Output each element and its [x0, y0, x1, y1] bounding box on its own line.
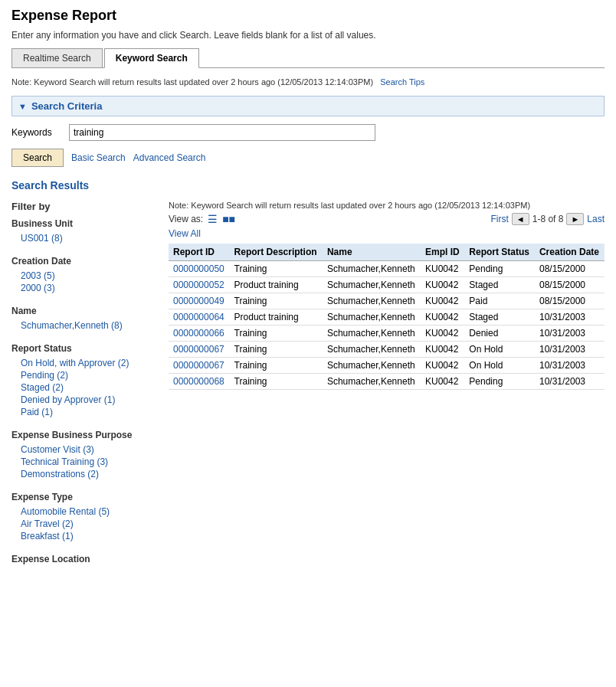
cell-report-id[interactable]: 0000000064: [169, 309, 230, 326]
cell-status: Staged: [464, 309, 535, 326]
cell-creation-date: 10/31/2003: [535, 342, 605, 358]
filter-item-paid[interactable]: Paid (1): [21, 407, 153, 417]
cell-status: Denied: [464, 326, 535, 342]
filter-item-on-hold-approver[interactable]: On Hold, with Approver (2): [21, 358, 153, 368]
filter-item-breakfast[interactable]: Breakfast (1): [21, 531, 153, 541]
cell-creation-date: 10/31/2003: [535, 309, 605, 326]
col-name: Name: [323, 244, 421, 261]
collapse-arrow-icon: ▼: [18, 102, 27, 111]
cell-empl-id: KU0042: [421, 293, 464, 309]
page-title: Expense Report: [11, 8, 605, 24]
pagination: First ◄ 1-8 of 8 ► Last: [491, 213, 605, 225]
filter-item-schumacher[interactable]: Schumacher,Kenneth (8): [21, 320, 153, 331]
table-row: 0000000049 Training Schumacher,Kenneth K…: [169, 293, 605, 309]
keyword-label: Keywords: [11, 127, 69, 138]
filter-item-denied-by-approver[interactable]: Denied by Approver (1): [21, 394, 153, 405]
keyword-input[interactable]: [69, 124, 375, 141]
filter-section-business-unit: Business Unit US001 (8): [11, 218, 153, 244]
report-id-link[interactable]: 0000000064: [173, 312, 224, 322]
filter-item-us001[interactable]: US001 (8): [21, 233, 153, 244]
results-note: Note: Keyword Search will return results…: [169, 201, 605, 210]
col-creation-date: Creation Date: [535, 244, 605, 261]
table-row: 0000000067 Training Schumacher,Kenneth K…: [169, 342, 605, 358]
page-subtitle: Enter any information you have and click…: [11, 30, 605, 41]
grid-view-icon[interactable]: ■■: [222, 213, 235, 225]
filter-item-technical-training[interactable]: Technical Training (3): [21, 456, 153, 467]
prev-page-button[interactable]: ◄: [512, 213, 529, 225]
filter-item-auto-rental[interactable]: Automobile Rental (5): [21, 506, 153, 517]
first-link[interactable]: First: [491, 214, 509, 224]
table-row: 0000000050 Training Schumacher,Kenneth K…: [169, 261, 605, 277]
cell-report-id[interactable]: 0000000066: [169, 326, 230, 342]
cell-name: Schumacher,Kenneth: [323, 342, 421, 358]
cell-report-id[interactable]: 0000000067: [169, 358, 230, 374]
filter-item-2000[interactable]: 2000 (3): [21, 283, 153, 293]
search-tips-link[interactable]: Search Tips: [380, 77, 424, 87]
last-link[interactable]: Last: [587, 214, 605, 224]
filter-section-expense-type: Expense Type Automobile Rental (5) Air T…: [11, 492, 153, 541]
keyword-field-row: Keywords: [11, 124, 605, 141]
tab-realtime[interactable]: Realtime Search: [11, 48, 103, 67]
filter-panel: Filter by Business Unit US001 (8) Creati…: [11, 201, 153, 577]
cell-creation-date: 08/15/2000: [535, 277, 605, 293]
filter-section-creation-date: Creation Date 2003 (5) 2000 (3): [11, 256, 153, 293]
filter-section-expense-location: Expense Location: [11, 554, 153, 564]
filter-item-air-travel[interactable]: Air Travel (2): [21, 519, 153, 529]
results-layout: Filter by Business Unit US001 (8) Creati…: [11, 201, 605, 577]
col-empl-id: Empl ID: [421, 244, 464, 261]
col-status: Report Status: [464, 244, 535, 261]
cell-creation-date: 10/31/2003: [535, 358, 605, 374]
table-row: 0000000067 Training Schumacher,Kenneth K…: [169, 358, 605, 374]
report-id-link[interactable]: 0000000066: [173, 328, 224, 339]
cell-name: Schumacher,Kenneth: [323, 293, 421, 309]
view-as-row: View as: ☰ ■■ First ◄ 1-8 of 8 ► Last: [169, 213, 605, 225]
cell-creation-date: 10/31/2003: [535, 326, 605, 342]
filter-title-creation-date: Creation Date: [11, 256, 153, 267]
cell-empl-id: KU0042: [421, 374, 464, 390]
table-row: 0000000066 Training Schumacher,Kenneth K…: [169, 326, 605, 342]
tab-keyword[interactable]: Keyword Search: [104, 48, 199, 68]
cell-description: Training: [230, 293, 323, 309]
cell-report-id[interactable]: 0000000068: [169, 374, 230, 390]
cell-report-id[interactable]: 0000000052: [169, 277, 230, 293]
cell-description: Training: [230, 261, 323, 277]
report-id-link[interactable]: 0000000067: [173, 344, 224, 355]
cell-report-id[interactable]: 0000000050: [169, 261, 230, 277]
report-id-link[interactable]: 0000000068: [173, 376, 224, 387]
next-page-button[interactable]: ►: [566, 213, 584, 225]
advanced-search-link[interactable]: Advanced Search: [133, 152, 206, 163]
search-results-title: Search Results: [11, 179, 605, 191]
report-id-link[interactable]: 0000000050: [173, 263, 224, 274]
search-criteria-header[interactable]: ▼ Search Criteria: [11, 96, 605, 116]
cell-description: Training: [230, 342, 323, 358]
report-id-link[interactable]: 0000000067: [173, 360, 224, 371]
cell-name: Schumacher,Kenneth: [323, 326, 421, 342]
view-all-link[interactable]: View All: [169, 228, 201, 239]
cell-report-id[interactable]: 0000000049: [169, 293, 230, 309]
table-row: 0000000068 Training Schumacher,Kenneth K…: [169, 374, 605, 390]
search-button[interactable]: Search: [11, 149, 64, 167]
note-text: Note: Keyword Search will return results…: [11, 77, 373, 87]
view-as-label: View as:: [169, 214, 203, 224]
report-id-link[interactable]: 0000000049: [173, 296, 224, 306]
filter-item-2003[interactable]: 2003 (5): [21, 270, 153, 281]
cell-report-id[interactable]: 0000000067: [169, 342, 230, 358]
basic-search-link[interactable]: Basic Search: [71, 152, 126, 163]
list-view-icon[interactable]: ☰: [208, 213, 218, 225]
filter-item-pending[interactable]: Pending (2): [21, 370, 153, 381]
filter-title-report-status: Report Status: [11, 343, 153, 354]
filter-item-staged[interactable]: Staged (2): [21, 382, 153, 393]
results-table: Report ID Report Description Name Empl I…: [169, 244, 605, 390]
cell-creation-date: 08/15/2000: [535, 261, 605, 277]
filter-item-customer-visit[interactable]: Customer Visit (3): [21, 444, 153, 455]
pagination-range: 1-8 of 8: [532, 214, 564, 224]
cell-description: Training: [230, 358, 323, 374]
filter-section-name: Name Schumacher,Kenneth (8): [11, 306, 153, 331]
filter-item-demonstrations[interactable]: Demonstrations (2): [21, 469, 153, 479]
filter-title-expense-location: Expense Location: [11, 554, 153, 564]
cell-empl-id: KU0042: [421, 358, 464, 374]
cell-status: On Hold: [464, 358, 535, 374]
table-row: 0000000064 Product training Schumacher,K…: [169, 309, 605, 326]
report-id-link[interactable]: 0000000052: [173, 280, 224, 290]
cell-empl-id: KU0042: [421, 261, 464, 277]
